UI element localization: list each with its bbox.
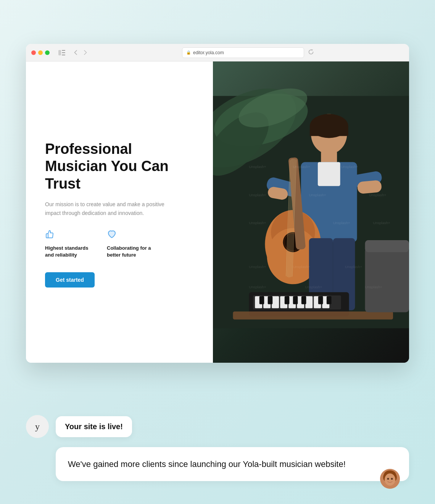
feature-collaborating: Collaborating for a better future — [107, 229, 156, 258]
thumbs-up-icon — [45, 229, 95, 242]
browser-toolbar: 🔒 editor.yola.com — [26, 44, 409, 61]
svg-point-73 — [385, 473, 395, 486]
svg-rect-2 — [62, 52, 65, 53]
features-row: Highest standards and reliability Collab… — [45, 229, 194, 258]
site-live-text: Your site is live! — [65, 422, 123, 431]
reload-button[interactable] — [306, 47, 316, 57]
get-started-button[interactable]: Get started — [45, 272, 95, 288]
svg-point-74 — [387, 478, 389, 480]
feature-standards-label: Highest standards and reliability — [45, 245, 95, 258]
svg-rect-1 — [62, 50, 65, 51]
hero-subtitle: Our mission is to create value and make … — [45, 200, 167, 217]
svg-rect-3 — [62, 55, 65, 55]
hero-image: // Generate watermarks inline via JS aft… — [213, 61, 409, 363]
address-bar-wrap: 🔒 editor.yola.com — [94, 47, 404, 58]
back-button[interactable] — [71, 48, 80, 57]
address-bar[interactable]: 🔒 editor.yola.com — [182, 47, 304, 58]
feature-collaborating-label: Collaborating for a better future — [107, 245, 156, 258]
testimonial-text: We've gained more clients since launchin… — [68, 459, 346, 469]
traffic-lights — [31, 50, 50, 55]
browser-nav — [71, 48, 90, 57]
browser-content: Professional Musician You Can Trust Our … — [26, 61, 409, 363]
watermark-overlay: // Generate watermarks inline via JS aft… — [213, 61, 409, 363]
yola-letter: y — [35, 422, 40, 432]
hero-title: Professional Musician You Can Trust — [45, 141, 194, 193]
svg-point-75 — [391, 478, 393, 480]
yola-avatar: y — [26, 415, 49, 438]
maximize-button[interactable] — [45, 50, 50, 55]
lock-icon: 🔒 — [186, 50, 191, 55]
svg-rect-0 — [58, 50, 61, 55]
minimize-button[interactable] — [38, 50, 43, 55]
testimonial-bubble: We've gained more clients since launchin… — [56, 447, 409, 481]
address-text: editor.yola.com — [193, 50, 224, 55]
user-avatar-svg — [380, 469, 400, 489]
close-button[interactable] — [31, 50, 36, 55]
browser-window: 🔒 editor.yola.com Professional Musician … — [26, 44, 409, 363]
forward-button[interactable] — [81, 48, 90, 57]
hero-left-panel: Professional Musician You Can Trust Our … — [26, 61, 213, 363]
sidebar-toggle-button[interactable] — [56, 47, 67, 58]
feature-standards: Highest standards and reliability — [45, 229, 95, 258]
user-avatar — [380, 469, 400, 489]
hero-right-panel: // Generate watermarks inline via JS aft… — [213, 61, 409, 363]
site-live-notification: y Your site is live! — [26, 415, 409, 438]
chat-area: y Your site is live! We've gained more c… — [26, 415, 409, 481]
site-live-bubble: Your site is live! — [56, 416, 132, 437]
heart-icon — [107, 229, 156, 242]
